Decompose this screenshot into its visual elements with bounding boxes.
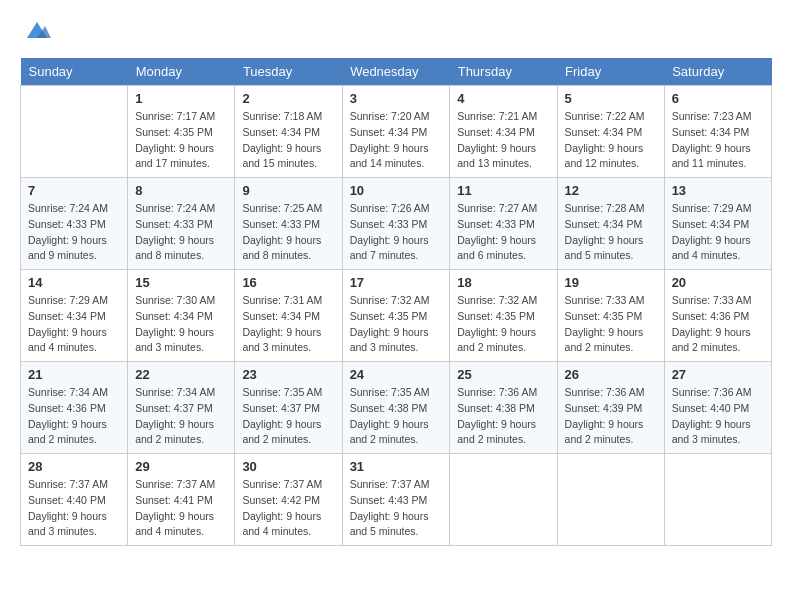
calendar-week-row: 14Sunrise: 7:29 AM Sunset: 4:34 PM Dayli… <box>21 270 772 362</box>
calendar-week-row: 28Sunrise: 7:37 AM Sunset: 4:40 PM Dayli… <box>21 454 772 546</box>
day-info: Sunrise: 7:18 AM Sunset: 4:34 PM Dayligh… <box>242 109 334 172</box>
day-number: 29 <box>135 459 227 474</box>
calendar-cell: 21Sunrise: 7:34 AM Sunset: 4:36 PM Dayli… <box>21 362 128 454</box>
calendar-week-row: 1Sunrise: 7:17 AM Sunset: 4:35 PM Daylig… <box>21 86 772 178</box>
page-header <box>20 20 772 42</box>
day-info: Sunrise: 7:22 AM Sunset: 4:34 PM Dayligh… <box>565 109 657 172</box>
day-number: 3 <box>350 91 443 106</box>
day-number: 17 <box>350 275 443 290</box>
calendar-cell <box>557 454 664 546</box>
calendar-table: SundayMondayTuesdayWednesdayThursdayFrid… <box>20 58 772 546</box>
day-info: Sunrise: 7:28 AM Sunset: 4:34 PM Dayligh… <box>565 201 657 264</box>
day-number: 11 <box>457 183 549 198</box>
day-number: 4 <box>457 91 549 106</box>
calendar-cell: 7Sunrise: 7:24 AM Sunset: 4:33 PM Daylig… <box>21 178 128 270</box>
calendar-cell: 2Sunrise: 7:18 AM Sunset: 4:34 PM Daylig… <box>235 86 342 178</box>
day-info: Sunrise: 7:29 AM Sunset: 4:34 PM Dayligh… <box>672 201 764 264</box>
day-number: 10 <box>350 183 443 198</box>
day-of-week-header: Friday <box>557 58 664 86</box>
day-info: Sunrise: 7:25 AM Sunset: 4:33 PM Dayligh… <box>242 201 334 264</box>
day-number: 15 <box>135 275 227 290</box>
day-number: 21 <box>28 367 120 382</box>
day-info: Sunrise: 7:35 AM Sunset: 4:37 PM Dayligh… <box>242 385 334 448</box>
calendar-cell <box>664 454 771 546</box>
day-info: Sunrise: 7:37 AM Sunset: 4:42 PM Dayligh… <box>242 477 334 540</box>
day-info: Sunrise: 7:17 AM Sunset: 4:35 PM Dayligh… <box>135 109 227 172</box>
day-info: Sunrise: 7:33 AM Sunset: 4:35 PM Dayligh… <box>565 293 657 356</box>
day-number: 24 <box>350 367 443 382</box>
calendar-cell: 13Sunrise: 7:29 AM Sunset: 4:34 PM Dayli… <box>664 178 771 270</box>
day-number: 31 <box>350 459 443 474</box>
day-info: Sunrise: 7:36 AM Sunset: 4:39 PM Dayligh… <box>565 385 657 448</box>
day-info: Sunrise: 7:37 AM Sunset: 4:43 PM Dayligh… <box>350 477 443 540</box>
calendar-cell: 31Sunrise: 7:37 AM Sunset: 4:43 PM Dayli… <box>342 454 450 546</box>
calendar-cell: 8Sunrise: 7:24 AM Sunset: 4:33 PM Daylig… <box>128 178 235 270</box>
day-info: Sunrise: 7:30 AM Sunset: 4:34 PM Dayligh… <box>135 293 227 356</box>
calendar-cell: 19Sunrise: 7:33 AM Sunset: 4:35 PM Dayli… <box>557 270 664 362</box>
day-number: 23 <box>242 367 334 382</box>
logo <box>20 20 51 42</box>
day-number: 12 <box>565 183 657 198</box>
calendar-cell: 30Sunrise: 7:37 AM Sunset: 4:42 PM Dayli… <box>235 454 342 546</box>
calendar-cell: 16Sunrise: 7:31 AM Sunset: 4:34 PM Dayli… <box>235 270 342 362</box>
calendar-cell: 20Sunrise: 7:33 AM Sunset: 4:36 PM Dayli… <box>664 270 771 362</box>
calendar-cell: 1Sunrise: 7:17 AM Sunset: 4:35 PM Daylig… <box>128 86 235 178</box>
calendar-cell: 12Sunrise: 7:28 AM Sunset: 4:34 PM Dayli… <box>557 178 664 270</box>
day-number: 28 <box>28 459 120 474</box>
day-info: Sunrise: 7:36 AM Sunset: 4:38 PM Dayligh… <box>457 385 549 448</box>
day-number: 1 <box>135 91 227 106</box>
day-of-week-header: Tuesday <box>235 58 342 86</box>
day-info: Sunrise: 7:20 AM Sunset: 4:34 PM Dayligh… <box>350 109 443 172</box>
day-number: 30 <box>242 459 334 474</box>
day-of-week-header: Monday <box>128 58 235 86</box>
calendar-cell: 4Sunrise: 7:21 AM Sunset: 4:34 PM Daylig… <box>450 86 557 178</box>
day-info: Sunrise: 7:36 AM Sunset: 4:40 PM Dayligh… <box>672 385 764 448</box>
day-number: 27 <box>672 367 764 382</box>
day-number: 16 <box>242 275 334 290</box>
day-info: Sunrise: 7:37 AM Sunset: 4:40 PM Dayligh… <box>28 477 120 540</box>
day-info: Sunrise: 7:29 AM Sunset: 4:34 PM Dayligh… <box>28 293 120 356</box>
day-info: Sunrise: 7:34 AM Sunset: 4:36 PM Dayligh… <box>28 385 120 448</box>
day-number: 2 <box>242 91 334 106</box>
calendar-cell: 25Sunrise: 7:36 AM Sunset: 4:38 PM Dayli… <box>450 362 557 454</box>
calendar-week-row: 7Sunrise: 7:24 AM Sunset: 4:33 PM Daylig… <box>21 178 772 270</box>
calendar-cell: 14Sunrise: 7:29 AM Sunset: 4:34 PM Dayli… <box>21 270 128 362</box>
day-number: 22 <box>135 367 227 382</box>
day-number: 9 <box>242 183 334 198</box>
day-info: Sunrise: 7:21 AM Sunset: 4:34 PM Dayligh… <box>457 109 549 172</box>
calendar-cell: 29Sunrise: 7:37 AM Sunset: 4:41 PM Dayli… <box>128 454 235 546</box>
day-info: Sunrise: 7:33 AM Sunset: 4:36 PM Dayligh… <box>672 293 764 356</box>
calendar-cell <box>21 86 128 178</box>
day-info: Sunrise: 7:34 AM Sunset: 4:37 PM Dayligh… <box>135 385 227 448</box>
day-number: 7 <box>28 183 120 198</box>
calendar-header-row: SundayMondayTuesdayWednesdayThursdayFrid… <box>21 58 772 86</box>
calendar-cell: 26Sunrise: 7:36 AM Sunset: 4:39 PM Dayli… <box>557 362 664 454</box>
day-info: Sunrise: 7:35 AM Sunset: 4:38 PM Dayligh… <box>350 385 443 448</box>
day-info: Sunrise: 7:27 AM Sunset: 4:33 PM Dayligh… <box>457 201 549 264</box>
day-number: 20 <box>672 275 764 290</box>
calendar-cell: 22Sunrise: 7:34 AM Sunset: 4:37 PM Dayli… <box>128 362 235 454</box>
day-number: 26 <box>565 367 657 382</box>
day-info: Sunrise: 7:31 AM Sunset: 4:34 PM Dayligh… <box>242 293 334 356</box>
day-info: Sunrise: 7:24 AM Sunset: 4:33 PM Dayligh… <box>135 201 227 264</box>
day-info: Sunrise: 7:32 AM Sunset: 4:35 PM Dayligh… <box>457 293 549 356</box>
day-info: Sunrise: 7:26 AM Sunset: 4:33 PM Dayligh… <box>350 201 443 264</box>
calendar-cell: 15Sunrise: 7:30 AM Sunset: 4:34 PM Dayli… <box>128 270 235 362</box>
calendar-cell: 5Sunrise: 7:22 AM Sunset: 4:34 PM Daylig… <box>557 86 664 178</box>
calendar-cell: 17Sunrise: 7:32 AM Sunset: 4:35 PM Dayli… <box>342 270 450 362</box>
calendar-cell: 3Sunrise: 7:20 AM Sunset: 4:34 PM Daylig… <box>342 86 450 178</box>
day-of-week-header: Sunday <box>21 58 128 86</box>
logo-icon <box>23 20 51 42</box>
day-info: Sunrise: 7:23 AM Sunset: 4:34 PM Dayligh… <box>672 109 764 172</box>
calendar-cell: 6Sunrise: 7:23 AM Sunset: 4:34 PM Daylig… <box>664 86 771 178</box>
day-number: 14 <box>28 275 120 290</box>
calendar-cell: 9Sunrise: 7:25 AM Sunset: 4:33 PM Daylig… <box>235 178 342 270</box>
day-of-week-header: Saturday <box>664 58 771 86</box>
day-number: 8 <box>135 183 227 198</box>
day-number: 6 <box>672 91 764 106</box>
calendar-cell: 18Sunrise: 7:32 AM Sunset: 4:35 PM Dayli… <box>450 270 557 362</box>
day-number: 13 <box>672 183 764 198</box>
calendar-cell: 27Sunrise: 7:36 AM Sunset: 4:40 PM Dayli… <box>664 362 771 454</box>
day-of-week-header: Thursday <box>450 58 557 86</box>
calendar-cell: 24Sunrise: 7:35 AM Sunset: 4:38 PM Dayli… <box>342 362 450 454</box>
